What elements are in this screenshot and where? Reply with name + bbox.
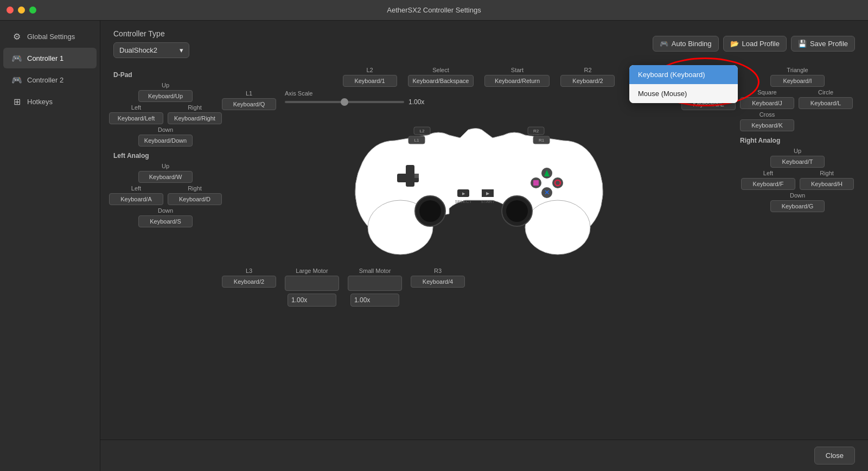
dpad-down-button[interactable]: Keyboard/Down	[138, 135, 193, 147]
l3-button[interactable]: Keyboard/2	[222, 276, 276, 288]
svg-text:SELECT: SELECT	[455, 199, 471, 204]
r3-button[interactable]: Keyboard/4	[411, 276, 465, 288]
axis-scale-slider[interactable]	[285, 101, 404, 103]
sidebar-item-label: Controller 2	[27, 76, 63, 84]
triangle-button[interactable]: Keyboard/I	[770, 75, 825, 87]
svg-text:R1: R1	[538, 138, 544, 143]
hotkeys-icon: ⊞	[12, 97, 22, 106]
top-buttons: 🎮 Auto Binding 📂 Load Profile 💾 Save Pro…	[653, 36, 855, 52]
right-column: Triangle Keyboard/I Square Keyboard/J	[736, 67, 855, 307]
large-motor-value[interactable]	[288, 294, 336, 307]
dpad-right-button[interactable]: Keyboard/Right	[168, 112, 222, 124]
left-analog-group: Left Analog Up Keyboard/W Left Keyboard/…	[113, 152, 218, 227]
controller-icon-1: 🎮	[12, 53, 22, 63]
svg-text:▶: ▶	[486, 191, 490, 196]
svg-text:L2: L2	[419, 129, 424, 133]
left-analog-label: Left Analog	[113, 152, 218, 160]
left-column: D-Pad Up Keyboard/Up Left Keyboard/Left	[113, 67, 222, 307]
dpad-label: D-Pad	[113, 71, 218, 79]
close-button[interactable]: Close	[814, 447, 855, 464]
sidebar-item-hotkeys[interactable]: ⊞ Hotkeys	[3, 91, 97, 112]
dropdown-arrow-icon: ▾	[180, 46, 183, 54]
svg-point-6	[419, 200, 441, 222]
controller-type-section: Controller Type DualShock2 ▾	[113, 29, 189, 58]
sidebar-item-controller-1[interactable]: 🎮 Controller 1	[3, 48, 97, 68]
save-profile-button[interactable]: 💾 Save Profile	[791, 36, 855, 52]
auto-binding-icon: 🎮	[660, 40, 668, 48]
right-analog-group: Right Analog Up Keyboard/T Left Keyboard…	[740, 137, 855, 212]
right-analog-label: Right Analog	[740, 137, 855, 144]
svg-rect-16	[533, 180, 539, 186]
load-icon: 📂	[730, 40, 739, 48]
auto-binding-button[interactable]: 🎮 Auto Binding	[653, 36, 719, 52]
axis-scale-value: 1.00x	[409, 98, 424, 106]
sidebar-item-controller-2[interactable]: 🎮 Controller 2	[3, 69, 97, 90]
controller-icon-2: 🎮	[12, 75, 22, 85]
left-analog-left-button[interactable]: Keyboard/A	[109, 193, 163, 205]
window-controls[interactable]	[7, 7, 36, 14]
svg-text:START: START	[481, 199, 495, 204]
left-analog-down-button[interactable]: Keyboard/S	[138, 215, 193, 227]
dpad-left-button[interactable]: Keyboard/Left	[109, 112, 163, 124]
controller-type-select[interactable]: DualShock2 ▾	[113, 42, 189, 58]
small-motor-value[interactable]	[350, 294, 399, 307]
close-window-button[interactable]	[7, 7, 14, 14]
svg-point-11	[552, 177, 563, 188]
left-analog-right-button[interactable]: Keyboard/D	[168, 193, 222, 205]
sidebar: ⚙ Global Settings 🎮 Controller 1 🎮 Contr…	[0, 21, 100, 471]
controller-image: ✕ ▶ ▶ SELECT	[346, 113, 612, 265]
save-icon: 💾	[798, 40, 807, 48]
maximize-button[interactable]	[29, 7, 36, 14]
cross-button[interactable]: Keyboard/K	[740, 119, 794, 131]
svg-point-1	[525, 200, 590, 254]
select-button[interactable]: Keyboard/Backspace	[408, 75, 474, 87]
right-analog-right-button[interactable]: Keyboard/H	[800, 178, 854, 190]
footer: Close	[100, 440, 868, 471]
r2-button[interactable]: Keyboard/2	[560, 75, 615, 87]
gear-icon: ⚙	[12, 31, 22, 41]
dpad-group: D-Pad Up Keyboard/Up Left Keyboard/Left	[113, 71, 218, 147]
svg-text:✕: ✕	[544, 189, 550, 196]
controller-type-label: Controller Type	[113, 29, 189, 38]
face-buttons-group: Triangle Keyboard/I Square Keyboard/J	[740, 67, 855, 131]
sidebar-item-global-settings[interactable]: ⚙ Global Settings	[3, 26, 97, 47]
large-motor-input	[285, 276, 339, 291]
small-motor-input	[348, 276, 402, 291]
sidebar-item-label: Controller 1	[27, 54, 63, 62]
dpad-up-button[interactable]: Keyboard/Up	[138, 90, 193, 102]
square-button[interactable]: Keyboard/J	[740, 97, 794, 109]
right-analog-left-button[interactable]: Keyboard/F	[741, 178, 795, 190]
l1-button[interactable]: Keyboard/Q	[222, 98, 276, 110]
minimize-button[interactable]	[18, 7, 25, 14]
app-title: AetherSX2 Controller Settings	[387, 6, 481, 14]
svg-rect-4	[414, 174, 419, 178]
mapping-layout: D-Pad Up Keyboard/Up Left Keyboard/Left	[113, 67, 855, 307]
start-button[interactable]: Keyboard/Return	[484, 75, 550, 87]
svg-text:R2: R2	[533, 129, 539, 133]
title-bar: AetherSX2 Controller Settings	[0, 0, 868, 21]
top-bar: Controller Type DualShock2 ▾ 🎮 Auto Bind…	[113, 29, 855, 58]
svg-text:L1: L1	[414, 138, 419, 143]
input-device-dropdown[interactable]: Keyboard (Keyboard) Mouse (Mouse)	[629, 65, 738, 103]
dropdown-item-keyboard[interactable]: Keyboard (Keyboard)	[629, 65, 738, 84]
svg-point-8	[506, 200, 528, 222]
load-profile-button[interactable]: 📂 Load Profile	[723, 36, 787, 52]
sidebar-item-label: Hotkeys	[27, 98, 53, 106]
circle-button[interactable]: Keyboard/L	[799, 97, 853, 109]
sidebar-item-label: Global Settings	[27, 33, 75, 41]
right-analog-up-button[interactable]: Keyboard/T	[770, 156, 825, 168]
left-analog-up-button[interactable]: Keyboard/W	[138, 171, 193, 183]
dropdown-item-mouse[interactable]: Mouse (Mouse)	[629, 84, 738, 103]
l2-button[interactable]: Keyboard/1	[343, 75, 397, 87]
right-analog-down-button[interactable]: Keyboard/G	[770, 200, 825, 212]
